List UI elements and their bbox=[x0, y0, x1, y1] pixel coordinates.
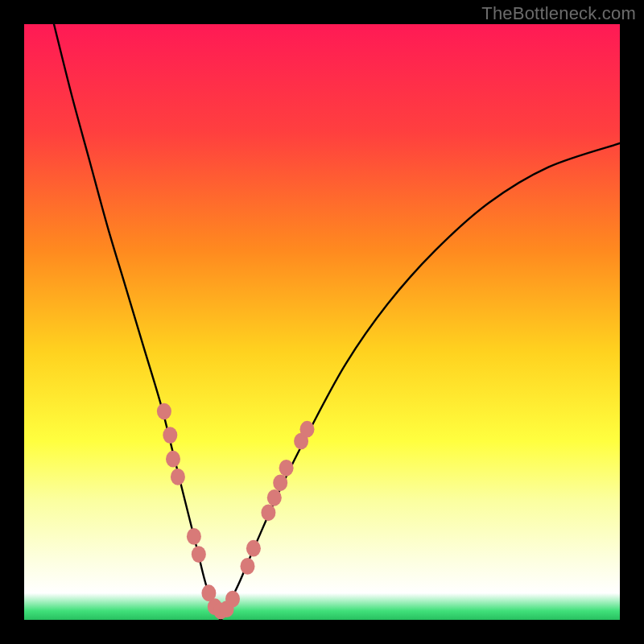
marker-dot bbox=[267, 489, 282, 506]
marker-dot bbox=[157, 403, 171, 420]
marker-dot bbox=[241, 558, 255, 575]
marker-dot bbox=[187, 528, 201, 545]
marker-dot bbox=[171, 469, 185, 485]
gradient-background bbox=[24, 24, 620, 620]
marker-dot bbox=[166, 451, 180, 468]
marker-dot bbox=[163, 427, 177, 444]
watermark-text: TheBottleneck.com bbox=[481, 3, 636, 24]
marker-dot bbox=[273, 474, 287, 491]
bottleneck-chart bbox=[24, 24, 620, 620]
plot-area bbox=[24, 24, 620, 620]
marker-dot bbox=[246, 540, 261, 557]
chart-frame: TheBottleneck.com bbox=[0, 0, 644, 644]
marker-dot bbox=[192, 546, 206, 563]
marker-dot bbox=[300, 421, 315, 438]
marker-dot bbox=[279, 460, 294, 477]
marker-dot bbox=[261, 504, 275, 521]
marker-dot bbox=[225, 591, 240, 608]
